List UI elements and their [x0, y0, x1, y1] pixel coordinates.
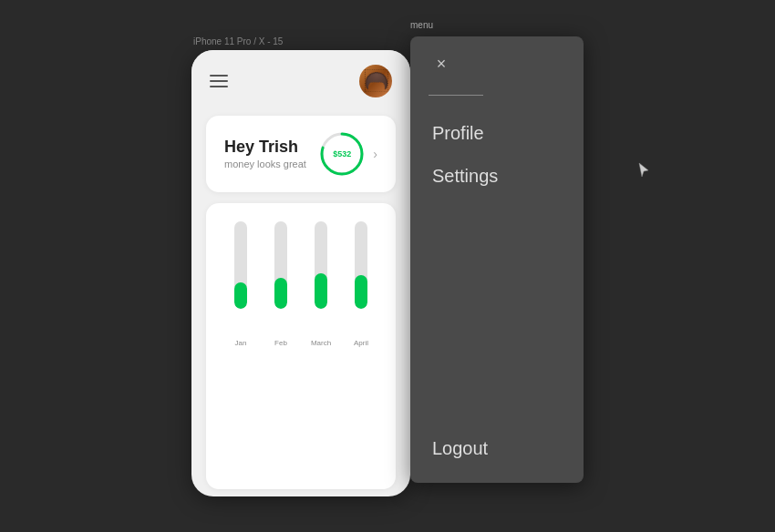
hamburger-line-3	[210, 86, 228, 87]
bar-track-march	[315, 221, 327, 309]
bar-label-march: March	[311, 339, 331, 347]
avatar-emoji: 🦱	[364, 69, 388, 93]
phone-wrapper: iPhone 11 Pro / X - 15 🦱 Hey Trish	[191, 36, 410, 496]
hamburger-line-1	[210, 75, 228, 77]
bar-track-feb	[274, 221, 287, 309]
balance-circle: $532	[318, 130, 366, 178]
bar-fill-jan	[234, 282, 247, 309]
bar-fill-april	[355, 275, 367, 308]
chevron-right-icon: ›	[373, 147, 377, 161]
hamburger-button[interactable]	[210, 75, 228, 87]
menu-item-settings[interactable]: Settings	[429, 157, 565, 196]
bar-fill-march	[315, 273, 327, 308]
chart-card: Jan Feb March	[206, 203, 396, 489]
phone-frame: 🦱 Hey Trish money looks great	[191, 50, 410, 496]
menu-item-logout[interactable]: Logout	[429, 429, 565, 468]
balance-amount: $532	[333, 149, 351, 159]
bar-track-april	[355, 221, 367, 309]
bars-container: Jan Feb March	[221, 221, 381, 331]
bar-label-april: April	[354, 339, 368, 347]
balance-text: Hey Trish money looks great	[224, 138, 306, 169]
menu-item-profile[interactable]: Profile	[429, 114, 565, 153]
bar-label-jan: Jan	[235, 339, 247, 347]
menu-panel: menu × Profile Settings Logout	[410, 36, 584, 483]
bar-track-jan	[234, 221, 247, 309]
close-icon: ×	[437, 56, 447, 72]
phone-label: iPhone 11 Pro / X - 15	[191, 36, 283, 46]
bar-label-feb: Feb	[274, 339, 287, 347]
balance-circle-wrapper: $532 ›	[318, 130, 377, 178]
balance-card[interactable]: Hey Trish money looks great $532 ›	[206, 116, 396, 192]
bar-item-april: April	[355, 221, 367, 309]
cursor-pointer	[638, 162, 649, 179]
bar-item-feb: Feb	[274, 221, 287, 309]
scene: iPhone 11 Pro / X - 15 🦱 Hey Trish	[191, 36, 584, 496]
hamburger-line-2	[210, 80, 228, 82]
phone-content: Hey Trish money looks great $532 ›	[191, 108, 410, 496]
menu-items: Profile Settings	[429, 114, 565, 429]
phone-header: 🦱	[191, 50, 410, 108]
bar-item-march: March	[315, 221, 327, 309]
bar-fill-feb	[274, 278, 287, 309]
greeting: Hey Trish	[224, 138, 306, 157]
avatar[interactable]: 🦱	[359, 65, 392, 97]
close-button[interactable]: ×	[429, 51, 454, 77]
menu-panel-label: menu	[410, 20, 433, 30]
menu-divider	[429, 95, 483, 96]
bar-item-jan: Jan	[234, 221, 247, 309]
subtitle: money looks great	[224, 159, 306, 169]
